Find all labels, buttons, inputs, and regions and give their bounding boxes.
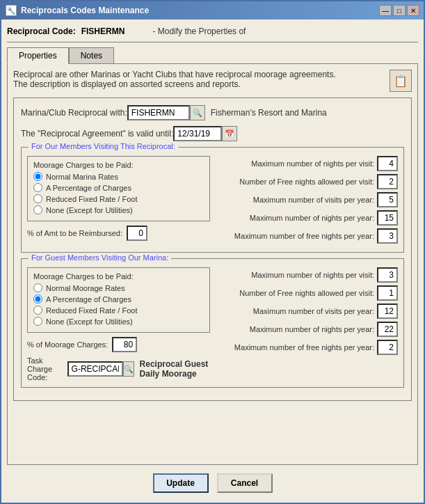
our-stat-4-input[interactable] (377, 228, 398, 244)
task-code-input[interactable] (67, 361, 123, 377)
agreement-date-label: The "Reciprocal Agreement" is valid unti… (21, 129, 173, 139)
main-form: Marina/Club Reciprocal with: 🔍 Fisherman… (13, 97, 412, 401)
our-pct-input[interactable] (127, 226, 147, 241)
our-stat-1-label: Number of Free nights allowed per visit: (216, 178, 375, 186)
our-radio-pct-label: A Percentage of Charges (46, 184, 131, 192)
guest-radio-none: None (Except for Utilities) (33, 317, 204, 326)
guest-radio-none-input[interactable] (33, 317, 42, 326)
task-lookup-button[interactable]: 🔍 (123, 361, 134, 377)
guest-stat-2-input[interactable] (377, 304, 398, 319)
our-members-legend: For Our Members Visiting This Reciprocal… (29, 142, 178, 150)
guest-stat-3-input[interactable] (377, 322, 398, 337)
our-radio-none: None (Except for Utilities) (33, 205, 204, 214)
our-radio-reduced: Reduced Fixed Rate / Foot (33, 194, 204, 203)
our-stat-1: Number of Free nights allowed per visit: (216, 174, 399, 189)
footer: Update Cancel (7, 465, 418, 498)
our-stat-0-label: Maximum number of nights per visit: (216, 159, 375, 168)
our-radio-pct-input[interactable] (33, 183, 42, 192)
our-stat-3-label: Maximum number of nights per year: (216, 214, 375, 222)
marina-code-input[interactable] (127, 105, 190, 120)
cancel-button[interactable]: Cancel (217, 473, 273, 493)
agreement-date-input[interactable] (173, 126, 222, 141)
our-radio-reduced-input[interactable] (33, 194, 42, 203)
our-radio-pct: A Percentage of Charges (33, 183, 204, 192)
title-bar: 🔧 Reciprocals Codes Maintenance — □ ✕ (1, 1, 424, 19)
guest-moorage-label: Moorage Charges to be Paid: (33, 272, 204, 281)
our-stat-3: Maximum number of nights per year: (216, 210, 399, 226)
our-pct-row: % of Amt to be Reimbursed: (27, 226, 210, 241)
modify-text: - Modify the Properties of (152, 26, 246, 36)
info-line2: The description is displayed on assorted… (13, 79, 384, 89)
guest-radio-reduced-label: Reduced Fixed Rate / Foot (46, 306, 137, 315)
guest-stat-0-label: Maximum number of nights per visit: (216, 271, 375, 279)
guest-stat-1: Number of Free nights allowed per visit: (216, 285, 399, 301)
info-text-lines: Reciprocal are other Marinas or Yacht Cl… (13, 70, 384, 89)
window-title: Reciprocals Codes Maintenance (21, 6, 149, 15)
our-radio-normal-input[interactable] (33, 172, 42, 181)
guest-stat-2: Maximum number of visits per year: (216, 304, 399, 319)
tab-properties[interactable]: Properties (7, 47, 69, 64)
our-stat-3-input[interactable] (377, 210, 398, 226)
window-icon: 🔧 (6, 5, 17, 16)
info-icon: 📋 (390, 70, 412, 92)
our-stat-4-label: Maximum number of free nights per year: (216, 232, 375, 240)
update-button[interactable]: Update (153, 473, 209, 493)
guest-pct-input[interactable] (112, 337, 137, 352)
minimize-button[interactable]: — (379, 5, 392, 16)
guest-stat-3: Maximum number of nights per year: (216, 322, 399, 337)
guest-radio-group: Moorage Charges to be Paid: Normal Moora… (27, 267, 210, 333)
our-members-inner: Moorage Charges to be Paid: Normal Marin… (27, 156, 398, 246)
our-stat-1-input[interactable] (377, 174, 398, 189)
guest-stat-0-input[interactable] (377, 267, 398, 283)
our-stat-2-label: Maximum number of visits per year: (216, 196, 375, 204)
tab-notes[interactable]: Notes (69, 47, 114, 64)
guest-radio-pct: A Percentage of Charges (33, 294, 204, 304)
guest-pct-row: % of Moorage Charges: (27, 337, 210, 352)
guest-radio-pct-label: A Percentage of Charges (46, 295, 131, 304)
our-stat-2-input[interactable] (377, 192, 398, 207)
tabs: Properties Notes (7, 47, 418, 63)
calendar-button[interactable]: 📅 (222, 126, 237, 141)
our-radio-none-input[interactable] (33, 205, 42, 214)
our-members-right: Maximum number of nights per visit: Numb… (216, 156, 399, 246)
guest-pct-label: % of Moorage Charges: (27, 340, 108, 349)
tab-content-properties: Reciprocal are other Marinas or Yacht Cl… (7, 63, 418, 465)
marina-club-label: Marina/Club Reciprocal with: (21, 108, 127, 118)
guest-stat-1-input[interactable] (377, 285, 398, 301)
guest-radio-reduced-input[interactable] (33, 306, 42, 315)
guest-stat-2-label: Maximum number of visits per year: (216, 307, 375, 315)
our-members-radio-group: Moorage Charges to be Paid: Normal Marin… (27, 156, 210, 221)
guest-members-left: Moorage Charges to be Paid: Normal Moora… (27, 267, 210, 381)
our-stat-0-input[interactable] (377, 156, 398, 171)
maximize-button[interactable]: □ (393, 5, 406, 16)
our-pct-label: % of Amt to be Reimbursed: (27, 229, 122, 237)
our-stat-4: Maximum number of free nights per year: (216, 228, 399, 244)
close-button[interactable]: ✕ (407, 5, 419, 16)
window-body: Reciprocal Code: FISHERMN - Modify the P… (1, 19, 424, 503)
date-row: The "Reciprocal Agreement" is valid unti… (21, 126, 404, 141)
our-radio-normal: Normal Marina Rates (33, 172, 204, 181)
our-moorage-label: Moorage Charges to be Paid: (33, 161, 204, 169)
reciprocal-code-label: Reciprocal Code: (7, 26, 76, 36)
marina-name-display: Fisherman's Resort and Marina (211, 108, 327, 118)
guest-stat-0: Maximum number of nights per visit: (216, 267, 399, 283)
our-members-section: For Our Members Visiting This Reciprocal… (21, 147, 404, 253)
guest-stat-4-input[interactable] (377, 340, 398, 355)
guest-radio-normal-input[interactable] (33, 283, 42, 292)
our-stat-0: Maximum number of nights per visit: (216, 156, 399, 171)
guest-radio-none-label: None (Except for Utilities) (46, 317, 133, 326)
guest-stat-4: Maximum number of free nights per year: (216, 340, 399, 355)
marina-lookup-button[interactable]: 🔍 (190, 105, 205, 120)
guest-members-legend: For Guest Members Visiting Our Marina: (29, 253, 171, 262)
our-stat-2: Maximum number of visits per year: (216, 192, 399, 207)
guest-radio-pct-input[interactable] (33, 294, 42, 304)
guest-radio-normal: Normal Moorage Rates (33, 283, 204, 292)
guest-members-section: For Guest Members Visiting Our Marina: M… (21, 258, 404, 388)
guest-members-right: Maximum number of nights per visit: Numb… (216, 267, 399, 381)
task-row: Task Charge Code: 🔍 Reciprocal Guest Dai… (27, 356, 210, 381)
guest-stat-3-label: Maximum number of nights per year: (216, 325, 375, 333)
our-radio-normal-label: Normal Marina Rates (46, 173, 118, 181)
main-window: 🔧 Reciprocals Codes Maintenance — □ ✕ Re… (0, 0, 425, 504)
our-members-left: Moorage Charges to be Paid: Normal Marin… (27, 156, 210, 246)
task-code-label: Task Charge Code: (27, 356, 63, 381)
